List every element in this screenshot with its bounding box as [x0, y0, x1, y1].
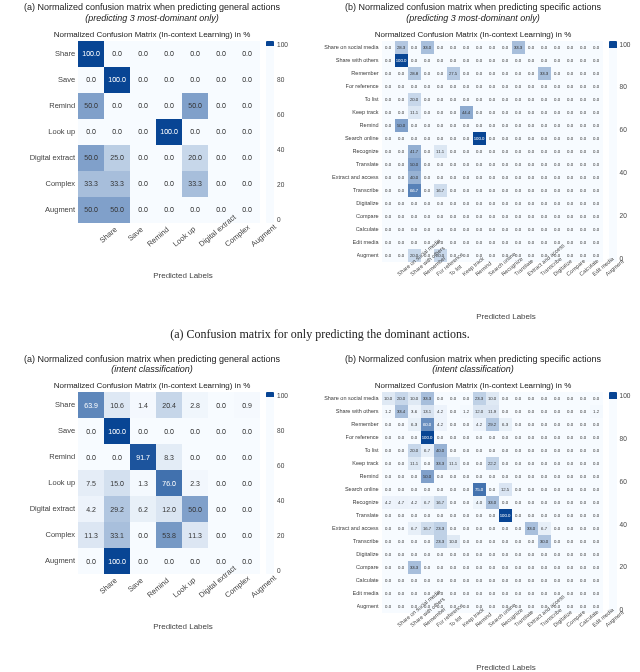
heatmap-cell: 0.0	[525, 236, 538, 249]
colorbar-tick: 80	[277, 76, 288, 83]
heatmap-cell: 0.0	[382, 54, 395, 67]
heatmap-cell: 0.0	[564, 41, 577, 54]
heatmap-cell: 20.0	[395, 392, 408, 405]
heatmap-cell: 0.0	[408, 119, 421, 132]
heatmap-cell: 0.0	[551, 67, 564, 80]
heatmap-cell: 0.0	[182, 119, 208, 145]
heatmap-cell: 0.0	[590, 210, 603, 223]
heatmap-cell: 4.7	[395, 496, 408, 509]
heatmap-cell: 0.0	[130, 145, 156, 171]
heatmap-cell: 0.0	[421, 210, 434, 223]
heatmap-cell: 0.0	[382, 132, 395, 145]
heatmap-cell: 0.0	[525, 197, 538, 210]
heatmap-cell: 0.0	[499, 80, 512, 93]
heatmap-cell: 0.0	[551, 561, 564, 574]
heatmap-cell: 0.0	[421, 574, 434, 587]
heatmap-cell: 0.0	[408, 54, 421, 67]
heatmap-cell: 0.0	[447, 392, 460, 405]
heatmap-cell: 0.0	[473, 444, 486, 457]
colorbar-tick: 20	[620, 212, 631, 219]
y-tick-label: Share	[55, 41, 75, 67]
heatmap-cell: 0.0	[447, 574, 460, 587]
heatmap-cell: 0.0	[538, 509, 551, 522]
heatmap-cell: 0.0	[473, 470, 486, 483]
heatmap-cell: 0.0	[564, 457, 577, 470]
heatmap-cell: 0.0	[564, 431, 577, 444]
heatmap-cell: 0.0	[538, 119, 551, 132]
heatmap-cell: 0.0	[486, 210, 499, 223]
colorbar-tick: 60	[620, 478, 631, 485]
heatmap-cell: 0.0	[434, 561, 447, 574]
heatmap-cell: 0.0	[460, 223, 473, 236]
heatmap-cell: 0.0	[460, 444, 473, 457]
heatmap-cell: 25.0	[104, 145, 130, 171]
heatmap-cell: 0.9	[234, 392, 260, 418]
heatmap-cell: 4.2	[78, 496, 104, 522]
heatmap-cell: 44.4	[460, 106, 473, 119]
heatmap-cell: 0.0	[564, 470, 577, 483]
heatmap-cell: 0.0	[538, 548, 551, 561]
heatmap-cell: 0.0	[564, 496, 577, 509]
heatmap-cell: 0.0	[460, 509, 473, 522]
colorbar-tick: 40	[277, 497, 288, 504]
heatmap-cell: 12.5	[499, 483, 512, 496]
y-tick-label: Share on social media	[324, 392, 378, 405]
heatmap-cell: 0.0	[104, 41, 130, 67]
heatmap-cell: 0.0	[538, 587, 551, 600]
heatmap-cell: 0.0	[421, 561, 434, 574]
heatmap-cell: 0.0	[499, 158, 512, 171]
heatmap-cell: 0.0	[421, 223, 434, 236]
heatmap-cell: 41.7	[408, 145, 421, 158]
heatmap-cell: 0.0	[447, 132, 460, 145]
heatmap-cell: 0.0	[551, 522, 564, 535]
heatmap-cell: 0.0	[525, 184, 538, 197]
heatmap-cell: 0.0	[538, 496, 551, 509]
heatmap-cell: 0.0	[590, 561, 603, 574]
heatmap-cell: 0.0	[473, 574, 486, 587]
heatmap-cell: 0.0	[577, 67, 590, 80]
heatmap-cell: 0.0	[590, 197, 603, 210]
heatmap-cell: 0.0	[460, 80, 473, 93]
y-tick-label: Edit media	[353, 587, 379, 600]
heatmap-cell: 0.0	[486, 119, 499, 132]
heatmap-cell: 0.0	[486, 67, 499, 80]
heatmap-cell: 0.0	[577, 496, 590, 509]
heatmap-cell: 0.0	[395, 561, 408, 574]
heatmap-cell: 0.0	[421, 197, 434, 210]
heatmap-cell: 22.2	[486, 457, 499, 470]
heatmap-cell: 0.0	[564, 54, 577, 67]
heatmap-cell: 0.0	[460, 418, 473, 431]
y-tick-label: To list	[365, 444, 379, 457]
heatmap-cell: 6.7	[421, 444, 434, 457]
heatmap-cell: 0.0	[577, 457, 590, 470]
heatmap-cell: 0.0	[538, 470, 551, 483]
heatmap-cell: 0.0	[382, 80, 395, 93]
colorbar-tick: 100	[277, 41, 288, 48]
heatmap-cell: 0.0	[486, 522, 499, 535]
heatmap-cell: 0.0	[499, 574, 512, 587]
heatmap-cell: 0.0	[473, 106, 486, 119]
heatmap-cell: 0.0	[78, 67, 104, 93]
y-tick-label: Transcribe	[353, 184, 379, 197]
row-top: (a) Normalized confusion matrix when pre…	[0, 0, 640, 321]
colorbar-tick: 100	[277, 392, 288, 399]
heatmap-cell: 0.0	[590, 522, 603, 535]
heatmap-cell: 0.0	[460, 171, 473, 184]
heatmap-cell: 50.0	[408, 158, 421, 171]
row-bottom: (a) Normalized confusion matrix when pre…	[0, 352, 640, 672]
heatmap-cell: 0.0	[447, 223, 460, 236]
subtitle-top-specific: (b) Normalized confusion matrix when pre…	[345, 2, 601, 24]
heatmap-cell: 0.0	[382, 444, 395, 457]
heatmap-cell: 0.0	[551, 509, 564, 522]
y-tick-label: Remind	[49, 444, 75, 470]
y-tick-label: Edit media	[353, 236, 379, 249]
heatmap-cell: 0.0	[130, 119, 156, 145]
y-tick-label: Calculate	[356, 223, 379, 236]
heatmap-cell: 0.0	[395, 574, 408, 587]
heatmap-cell: 0.0	[156, 93, 182, 119]
heatmap-cell: 0.0	[434, 119, 447, 132]
heatmap-cell: 30.0	[538, 535, 551, 548]
heatmap-cell: 66.7	[408, 184, 421, 197]
plot-wrap: ShareSaveRemindLook upDigital extractCom…	[16, 41, 288, 280]
heatmap-cell: 0.0	[421, 184, 434, 197]
